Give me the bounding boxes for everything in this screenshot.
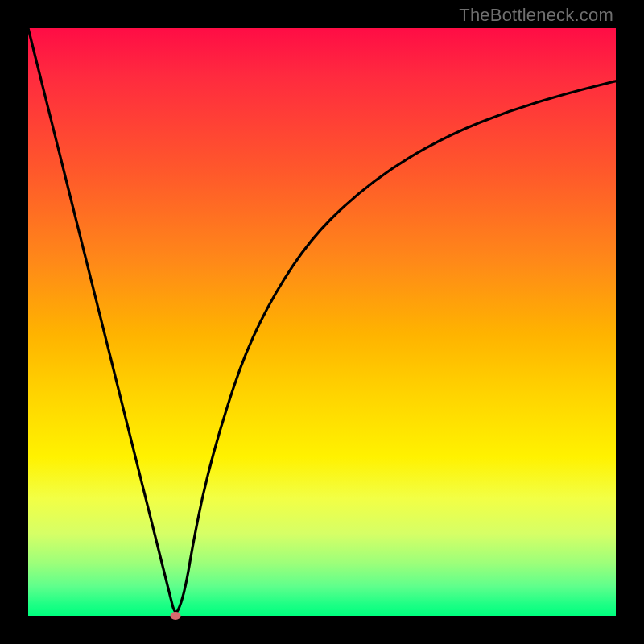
chart-frame: TheBottleneck.com	[0, 0, 644, 644]
bottleneck-curve	[28, 28, 616, 616]
curve-path	[28, 28, 616, 612]
optimum-marker	[170, 612, 180, 620]
watermark-text: TheBottleneck.com	[459, 5, 613, 26]
plot-area	[28, 28, 616, 616]
